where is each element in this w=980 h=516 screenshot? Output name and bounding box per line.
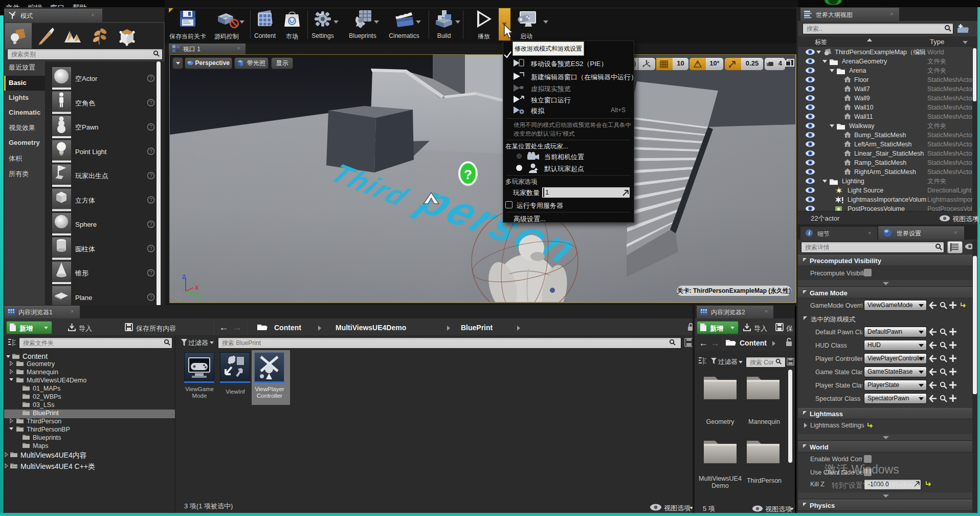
svg-text:BluePrint: BluePrint xyxy=(33,410,59,417)
svg-text:02_WBPs: 02_WBPs xyxy=(33,393,61,400)
svg-text:World: World xyxy=(927,49,944,56)
svg-text:玩家出生点: 玩家出生点 xyxy=(75,172,108,180)
svg-text:C++: C++ xyxy=(12,465,18,468)
svg-text:Geometry: Geometry xyxy=(27,360,55,368)
svg-text:?: ? xyxy=(176,294,180,299)
svg-text:MultiViews4UE4 C++类: MultiViews4UE4 C++类 xyxy=(20,462,95,470)
svg-text:StaticMeshActor: StaticMeshActor xyxy=(927,113,974,120)
svg-text:Sphere: Sphere xyxy=(75,221,97,228)
svg-text:文件夹: 文件夹 xyxy=(927,67,947,74)
svg-text:Content: Content xyxy=(23,352,48,360)
svg-text:Blueprints: Blueprints xyxy=(33,434,61,441)
svg-text:RightArm_StaticMesh: RightArm_StaticMesh xyxy=(854,168,916,176)
svg-text:Lighting: Lighting xyxy=(842,178,864,185)
svg-text:DirectionalLight: DirectionalLight xyxy=(927,187,972,194)
svg-text:文件夹: 文件夹 xyxy=(927,58,947,65)
svg-text:空角色: 空角色 xyxy=(75,99,95,107)
svg-text:Bump_StaticMesh: Bump_StaticMesh xyxy=(854,132,906,139)
svg-text:LightmassImportanceVolum: LightmassImportanceVolum xyxy=(848,196,926,203)
svg-text:Wall9: Wall9 xyxy=(854,95,870,102)
svg-text:MultiViewsUE4Demo: MultiViewsUE4Demo xyxy=(27,377,86,384)
svg-text:Z: Z xyxy=(182,274,186,280)
svg-text:Walkway: Walkway xyxy=(849,122,875,130)
svg-text:?: ? xyxy=(464,167,472,182)
svg-text:空Actor: 空Actor xyxy=(75,75,98,82)
svg-text:ThirdPersonBP: ThirdPersonBP xyxy=(27,426,70,433)
svg-text:锥形: 锥形 xyxy=(75,269,88,277)
svg-text:Ramp_StaticMesh: Ramp_StaticMesh xyxy=(854,159,906,166)
svg-text:StaticMeshActor: StaticMeshActor xyxy=(927,76,974,83)
svg-text:ArenaGeometry: ArenaGeometry xyxy=(842,58,887,65)
svg-text:StaticMeshActor: StaticMeshActor xyxy=(927,168,974,176)
svg-text:X: X xyxy=(195,285,199,291)
svg-text:Floor: Floor xyxy=(854,76,868,83)
svg-text:LightmassImpor: LightmassImpor xyxy=(927,196,973,203)
svg-text:StaticMeshActor: StaticMeshActor xyxy=(927,150,974,157)
svg-text:空Pawn: 空Pawn xyxy=(75,123,99,131)
svg-text:Point Light: Point Light xyxy=(75,148,107,156)
svg-text:PostProcessVolume: PostProcessVolume xyxy=(848,205,905,211)
svg-text:Wall7: Wall7 xyxy=(854,85,870,93)
svg-text:03_LSs: 03_LSs xyxy=(33,401,54,408)
svg-text:Mannequin: Mannequin xyxy=(27,369,58,376)
svg-text:立方体: 立方体 xyxy=(75,197,95,204)
svg-text:文件夹: 文件夹 xyxy=(927,122,947,130)
svg-text:Wall11: Wall11 xyxy=(854,113,873,120)
svg-text:StaticMeshActor: StaticMeshActor xyxy=(927,132,974,139)
svg-text:StaticMeshActor: StaticMeshActor xyxy=(927,141,974,148)
svg-text:ThirdPerson: ThirdPerson xyxy=(27,418,61,425)
svg-text:ThirdPersonExampleMap（编辑: ThirdPersonExampleMap（编辑 xyxy=(835,49,926,56)
svg-text:MultiViews4UE4内容: MultiViews4UE4内容 xyxy=(20,451,87,459)
svg-text:StaticMeshActor: StaticMeshActor xyxy=(927,95,974,102)
svg-text:StaticMeshActor: StaticMeshActor xyxy=(927,159,974,166)
svg-text:Maps: Maps xyxy=(33,442,49,449)
svg-text:文件夹: 文件夹 xyxy=(927,178,947,185)
svg-text:LeftArm_StaticMesh: LeftArm_StaticMesh xyxy=(854,141,912,148)
svg-text:01_MAPs: 01_MAPs xyxy=(33,385,60,392)
svg-text:Linear_Stair_StaticMesh: Linear_Stair_StaticMesh xyxy=(854,150,924,157)
svg-text:Wall10: Wall10 xyxy=(854,104,874,111)
svg-text:StaticMeshActor: StaticMeshActor xyxy=(927,85,974,93)
svg-text:Light Source: Light Source xyxy=(848,187,883,194)
svg-text:PostProcessVol: PostProcessVol xyxy=(927,205,972,211)
svg-text:圆柱体: 圆柱体 xyxy=(75,245,95,253)
svg-text:Y: Y xyxy=(197,294,201,300)
svg-text:Plane: Plane xyxy=(75,294,92,302)
svg-text:Arena: Arena xyxy=(849,67,866,74)
svg-text:StaticMeshActor: StaticMeshActor xyxy=(927,104,974,111)
